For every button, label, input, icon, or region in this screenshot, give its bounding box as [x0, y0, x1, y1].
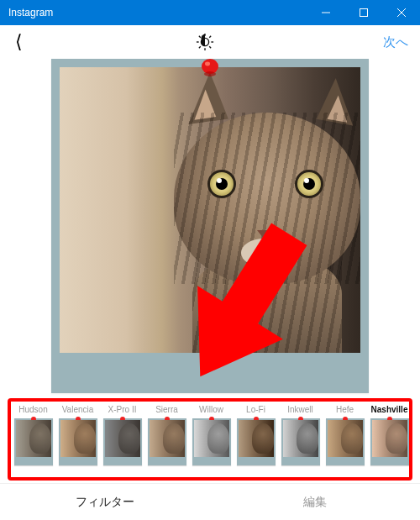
filter-thumb	[103, 418, 142, 465]
svg-rect-1	[360, 9, 367, 17]
svg-point-14	[205, 62, 210, 66]
filter-thumb	[326, 418, 365, 465]
filter-strip[interactable]: HudsonValenciaX-Pro IISierraWillowLo-FiI…	[11, 402, 409, 477]
photo-stage	[0, 59, 420, 393]
filter-thumb	[370, 418, 409, 465]
filter-nashville[interactable]: Nashville	[367, 402, 409, 477]
window-titlebar: Instagram	[0, 0, 420, 25]
maximize-button[interactable]	[344, 0, 382, 25]
window-title: Instagram	[0, 7, 307, 18]
svg-line-12	[209, 36, 211, 38]
filter-thumb	[192, 418, 231, 465]
tab-edit[interactable]: 編集	[210, 484, 420, 520]
tab-filter[interactable]: フィルター	[0, 484, 210, 520]
svg-line-9	[198, 36, 200, 38]
filter-thumb	[59, 418, 97, 465]
editor-topbar: ⟨ 次へ	[0, 25, 420, 59]
lux-adjust-icon[interactable]	[195, 32, 215, 52]
minimize-button[interactable]	[307, 0, 344, 25]
filter-thumb	[148, 418, 186, 465]
filter-thumb	[281, 418, 320, 465]
svg-line-11	[198, 46, 200, 48]
svg-point-15	[204, 71, 216, 76]
filter-xproii[interactable]: X-Pro II	[100, 402, 144, 477]
filter-willow[interactable]: Willow	[189, 402, 234, 477]
filter-hudson[interactable]: Hudson	[11, 402, 55, 477]
svg-line-10	[209, 46, 211, 48]
filter-thumb	[237, 418, 276, 465]
photo-preview[interactable]	[51, 59, 369, 393]
bottom-tabs: フィルター 編集	[0, 483, 420, 520]
pushpin-icon	[199, 57, 221, 79]
next-button[interactable]: 次へ	[380, 31, 412, 54]
close-button[interactable]	[382, 0, 420, 25]
back-button[interactable]: ⟨	[8, 28, 29, 56]
filter-hefe[interactable]: Hefe	[323, 402, 367, 477]
filter-thumb	[14, 418, 53, 465]
filter-valencia[interactable]: Valencia	[55, 402, 100, 477]
filter-strip-highlight: HudsonValenciaX-Pro IISierraWillowLo-FiI…	[8, 398, 412, 481]
photo-image	[60, 67, 360, 353]
filter-sierra[interactable]: Sierra	[144, 402, 189, 477]
filter-inkwell[interactable]: Inkwell	[278, 402, 323, 477]
filter-lofi[interactable]: Lo-Fi	[234, 402, 278, 477]
